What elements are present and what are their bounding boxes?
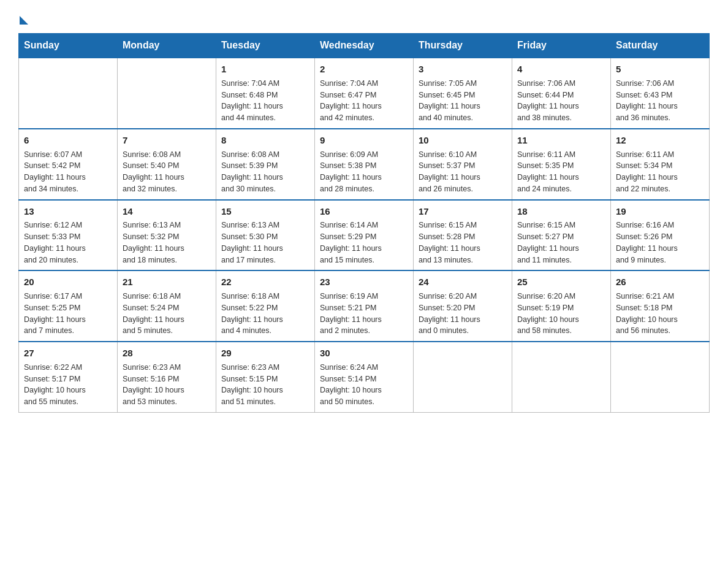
day-number: 3 (419, 63, 507, 76)
calendar-cell: 6Sunrise: 6:07 AM Sunset: 5:42 PM Daylig… (19, 129, 118, 200)
day-info: Sunrise: 6:21 AM Sunset: 5:18 PM Dayligh… (616, 291, 704, 337)
logo (18, 12, 28, 22)
weekday-header-tuesday: Tuesday (216, 34, 315, 58)
day-info: Sunrise: 6:20 AM Sunset: 5:20 PM Dayligh… (419, 291, 507, 337)
day-info: Sunrise: 6:08 AM Sunset: 5:39 PM Dayligh… (221, 149, 309, 195)
calendar-cell: 3Sunrise: 7:05 AM Sunset: 6:45 PM Daylig… (414, 58, 512, 129)
day-number: 27 (24, 347, 112, 360)
weekday-header-thursday: Thursday (414, 34, 512, 58)
day-number: 5 (616, 63, 704, 76)
calendar-week-1: 1Sunrise: 7:04 AM Sunset: 6:48 PM Daylig… (19, 58, 710, 129)
day-info: Sunrise: 6:07 AM Sunset: 5:42 PM Dayligh… (24, 149, 112, 195)
calendar-cell: 10Sunrise: 6:10 AM Sunset: 5:37 PM Dayli… (414, 129, 512, 200)
day-number: 16 (320, 205, 408, 218)
calendar-cell (118, 58, 216, 129)
day-info: Sunrise: 7:06 AM Sunset: 6:43 PM Dayligh… (616, 78, 704, 124)
calendar-cell: 25Sunrise: 6:20 AM Sunset: 5:19 PM Dayli… (512, 270, 611, 342)
calendar-week-5: 27Sunrise: 6:22 AM Sunset: 5:17 PM Dayli… (19, 342, 710, 412)
calendar-cell: 12Sunrise: 6:11 AM Sunset: 5:34 PM Dayli… (611, 129, 710, 200)
day-info: Sunrise: 6:18 AM Sunset: 5:24 PM Dayligh… (123, 291, 211, 337)
calendar-cell: 1Sunrise: 7:04 AM Sunset: 6:48 PM Daylig… (216, 58, 315, 129)
day-number: 14 (123, 205, 211, 218)
day-info: Sunrise: 6:12 AM Sunset: 5:33 PM Dayligh… (24, 220, 112, 266)
calendar-cell (611, 342, 710, 412)
calendar-cell: 27Sunrise: 6:22 AM Sunset: 5:17 PM Dayli… (19, 342, 118, 412)
calendar-cell: 23Sunrise: 6:19 AM Sunset: 5:21 PM Dayli… (315, 270, 414, 342)
day-number: 18 (517, 205, 605, 218)
calendar-cell: 14Sunrise: 6:13 AM Sunset: 5:32 PM Dayli… (118, 200, 216, 271)
day-info: Sunrise: 6:15 AM Sunset: 5:28 PM Dayligh… (419, 220, 507, 266)
day-info: Sunrise: 6:23 AM Sunset: 5:15 PM Dayligh… (221, 362, 309, 408)
calendar-week-3: 13Sunrise: 6:12 AM Sunset: 5:33 PM Dayli… (19, 200, 710, 271)
calendar-cell: 11Sunrise: 6:11 AM Sunset: 5:35 PM Dayli… (512, 129, 611, 200)
calendar-cell: 7Sunrise: 6:08 AM Sunset: 5:40 PM Daylig… (118, 129, 216, 200)
day-info: Sunrise: 6:10 AM Sunset: 5:37 PM Dayligh… (419, 149, 507, 195)
day-info: Sunrise: 6:22 AM Sunset: 5:17 PM Dayligh… (24, 362, 112, 408)
day-number: 6 (24, 134, 112, 147)
day-info: Sunrise: 6:19 AM Sunset: 5:21 PM Dayligh… (320, 291, 408, 337)
calendar-header: SundayMondayTuesdayWednesdayThursdayFrid… (19, 34, 710, 58)
logo-triangle-icon (20, 16, 28, 25)
day-number: 22 (221, 275, 309, 289)
calendar-cell (19, 58, 118, 129)
calendar-cell: 5Sunrise: 7:06 AM Sunset: 6:43 PM Daylig… (611, 58, 710, 129)
day-number: 24 (419, 275, 507, 289)
day-info: Sunrise: 7:06 AM Sunset: 6:44 PM Dayligh… (517, 78, 605, 124)
weekday-header-friday: Friday (512, 34, 611, 58)
weekday-header-row: SundayMondayTuesdayWednesdayThursdayFrid… (19, 34, 710, 58)
weekday-header-wednesday: Wednesday (315, 34, 414, 58)
day-number: 1 (221, 63, 309, 76)
calendar-cell: 9Sunrise: 6:09 AM Sunset: 5:38 PM Daylig… (315, 129, 414, 200)
calendar-cell: 13Sunrise: 6:12 AM Sunset: 5:33 PM Dayli… (19, 200, 118, 271)
day-number: 7 (123, 134, 211, 147)
calendar-cell: 20Sunrise: 6:17 AM Sunset: 5:25 PM Dayli… (19, 270, 118, 342)
day-number: 25 (517, 275, 605, 289)
day-number: 8 (221, 134, 309, 147)
day-number: 2 (320, 63, 408, 76)
calendar-cell: 22Sunrise: 6:18 AM Sunset: 5:22 PM Dayli… (216, 270, 315, 342)
day-number: 23 (320, 275, 408, 289)
calendar-body: 1Sunrise: 7:04 AM Sunset: 6:48 PM Daylig… (19, 58, 710, 412)
weekday-header-sunday: Sunday (19, 34, 118, 58)
calendar-cell: 4Sunrise: 7:06 AM Sunset: 6:44 PM Daylig… (512, 58, 611, 129)
calendar-cell: 28Sunrise: 6:23 AM Sunset: 5:16 PM Dayli… (118, 342, 216, 412)
calendar-cell: 26Sunrise: 6:21 AM Sunset: 5:18 PM Dayli… (611, 270, 710, 342)
day-number: 30 (320, 347, 408, 360)
calendar-week-2: 6Sunrise: 6:07 AM Sunset: 5:42 PM Daylig… (19, 129, 710, 200)
calendar-cell: 19Sunrise: 6:16 AM Sunset: 5:26 PM Dayli… (611, 200, 710, 271)
calendar-cell: 2Sunrise: 7:04 AM Sunset: 6:47 PM Daylig… (315, 58, 414, 129)
day-number: 21 (123, 275, 211, 289)
calendar-cell: 18Sunrise: 6:15 AM Sunset: 5:27 PM Dayli… (512, 200, 611, 271)
day-info: Sunrise: 6:14 AM Sunset: 5:29 PM Dayligh… (320, 220, 408, 266)
weekday-header-saturday: Saturday (611, 34, 710, 58)
page-header (18, 12, 710, 22)
day-number: 9 (320, 134, 408, 147)
day-number: 29 (221, 347, 309, 360)
calendar-cell: 21Sunrise: 6:18 AM Sunset: 5:24 PM Dayli… (118, 270, 216, 342)
day-info: Sunrise: 7:04 AM Sunset: 6:48 PM Dayligh… (221, 78, 309, 124)
calendar-cell: 8Sunrise: 6:08 AM Sunset: 5:39 PM Daylig… (216, 129, 315, 200)
day-info: Sunrise: 6:16 AM Sunset: 5:26 PM Dayligh… (616, 220, 704, 266)
day-info: Sunrise: 6:24 AM Sunset: 5:14 PM Dayligh… (320, 362, 408, 408)
day-number: 26 (616, 275, 704, 289)
day-info: Sunrise: 6:23 AM Sunset: 5:16 PM Dayligh… (123, 362, 211, 408)
calendar-cell: 16Sunrise: 6:14 AM Sunset: 5:29 PM Dayli… (315, 200, 414, 271)
day-info: Sunrise: 6:20 AM Sunset: 5:19 PM Dayligh… (517, 291, 605, 337)
day-number: 20 (24, 275, 112, 289)
day-info: Sunrise: 6:13 AM Sunset: 5:30 PM Dayligh… (221, 220, 309, 266)
day-info: Sunrise: 7:04 AM Sunset: 6:47 PM Dayligh… (320, 78, 408, 124)
day-info: Sunrise: 6:17 AM Sunset: 5:25 PM Dayligh… (24, 291, 112, 337)
day-number: 11 (517, 134, 605, 147)
weekday-header-monday: Monday (118, 34, 216, 58)
day-info: Sunrise: 7:05 AM Sunset: 6:45 PM Dayligh… (419, 78, 507, 124)
calendar-cell: 29Sunrise: 6:23 AM Sunset: 5:15 PM Dayli… (216, 342, 315, 412)
day-number: 10 (419, 134, 507, 147)
calendar-cell (512, 342, 611, 412)
calendar-cell: 15Sunrise: 6:13 AM Sunset: 5:30 PM Dayli… (216, 200, 315, 271)
day-number: 4 (517, 63, 605, 76)
calendar-cell: 30Sunrise: 6:24 AM Sunset: 5:14 PM Dayli… (315, 342, 414, 412)
day-info: Sunrise: 6:11 AM Sunset: 5:35 PM Dayligh… (517, 149, 605, 195)
day-info: Sunrise: 6:09 AM Sunset: 5:38 PM Dayligh… (320, 149, 408, 195)
day-number: 12 (616, 134, 704, 147)
day-info: Sunrise: 6:18 AM Sunset: 5:22 PM Dayligh… (221, 291, 309, 337)
